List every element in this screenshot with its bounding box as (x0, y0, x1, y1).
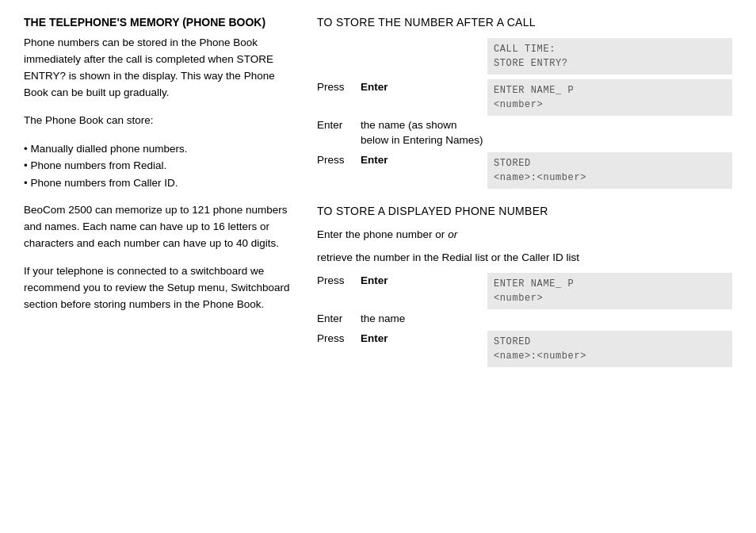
display-box-2: ENTER NAME_ P <number> (487, 79, 732, 116)
action-spacer (361, 38, 487, 75)
display-col-s2-2: STORED <name>:<number> (487, 331, 732, 367)
display-box-s2-2: STORED <name>:<number> (487, 331, 732, 367)
left-para3: BeoCom 2500 can memorize up to 121 phone… (24, 202, 293, 252)
enter-label-s2: Enter (317, 311, 361, 324)
section2-title: TO STORE A DISPLAYED PHONE NUMBER (317, 205, 732, 217)
left-title: THE TELEPHONE'S MEMORY (PHONE BOOK) (24, 16, 293, 29)
action-label-3: below in Entering Names) (361, 132, 487, 146)
or-text: or (448, 228, 457, 240)
left-para2: The Phone Book can store: (24, 113, 293, 129)
section2-intro1: Enter the phone number or or (317, 227, 732, 243)
action-label-s2-1: Enter (361, 273, 487, 286)
bullet-item: Manually dialled phone numbers. (24, 140, 293, 158)
display-col-2: ENTER NAME_ P <number> (487, 79, 732, 116)
right-column: TO STORE THE NUMBER AFTER A CALL CALL TI… (317, 16, 732, 367)
action-label-2: the name (as shown (361, 117, 487, 131)
page-content: THE TELEPHONE'S MEMORY (PHONE BOOK) Phon… (24, 16, 732, 367)
press-label-2: Press (317, 152, 361, 166)
press-empty-1 (317, 132, 361, 134)
display2-line1: ENTER NAME_ P (494, 85, 574, 96)
bullet-item: Phone numbers from Caller ID. (24, 174, 293, 192)
display-col-1: CALL TIME: STORE ENTRY? (487, 38, 732, 75)
s2-display2-line1: STORED (494, 336, 531, 347)
bullet-list: Manually dialled phone numbers. Phone nu… (24, 140, 293, 192)
bullet-item: Phone numbers from Redial. (24, 157, 293, 174)
display-box-3: STORED <name>:<number> (487, 152, 732, 189)
s2-display1-line1: ENTER NAME_ P (494, 278, 574, 290)
left-column: THE TELEPHONE'S MEMORY (PHONE BOOK) Phon… (24, 16, 293, 367)
press-label-s2-1: Press (317, 273, 361, 286)
press-label-s2-2: Press (317, 331, 361, 344)
s2-display2-line2: <name>:<number> (494, 351, 586, 362)
action-label-4: Enter (361, 152, 487, 166)
left-para4: If your telephone is connected to a swit… (24, 263, 293, 313)
press-spacer (317, 38, 361, 75)
left-para1: Phone numbers can be stored in the Phone… (24, 35, 293, 102)
action-label-s2-3: Enter (361, 331, 487, 344)
section2-intro2: retrieve the number in the Redial list o… (317, 250, 732, 266)
display-col-s2-1: ENTER NAME_ P <number> (487, 273, 732, 309)
display-box-1: CALL TIME: STORE ENTRY? (487, 38, 732, 75)
action-label-1: Enter (361, 79, 487, 93)
action-label-s2-2: the name (361, 311, 487, 324)
display-col-3: STORED <name>:<number> (487, 152, 732, 189)
display1-line1: CALL TIME: (494, 44, 556, 55)
press-label-1: Press (317, 79, 361, 93)
display1-line2: STORE ENTRY? (494, 58, 568, 69)
enter-label-1: Enter (317, 117, 361, 131)
display2-line2: <number> (494, 99, 543, 110)
s2-display1-line2: <number> (494, 293, 543, 304)
display3-line2: <name>:<number> (494, 172, 586, 183)
display3-line1: STORED (494, 158, 531, 169)
section1-title: TO STORE THE NUMBER AFTER A CALL (317, 16, 732, 29)
display-box-s2-1: ENTER NAME_ P <number> (487, 273, 732, 309)
